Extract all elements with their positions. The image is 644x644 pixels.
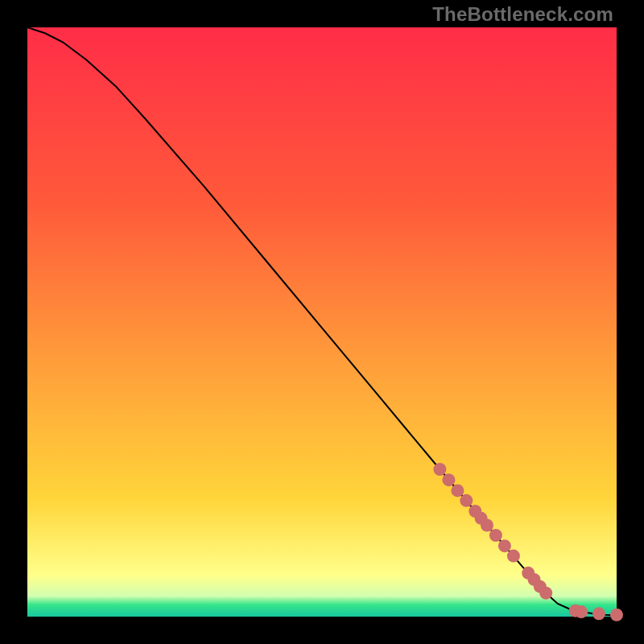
data-point [610,609,623,621]
data-point [451,484,464,497]
data-point [539,587,552,600]
data-point [442,473,455,486]
chart-frame: TheBottleneck.com [0,0,644,644]
watermark-text: TheBottleneck.com [432,5,613,24]
data-point [592,607,605,620]
data-point [507,550,520,563]
chart-overlay [27,27,617,617]
data-points [433,463,623,621]
bottleneck-curve [27,27,617,616]
data-point [460,494,473,507]
data-point [498,539,511,552]
data-point [481,519,493,532]
data-point [433,463,446,476]
data-point [575,605,588,618]
data-point [489,529,502,542]
